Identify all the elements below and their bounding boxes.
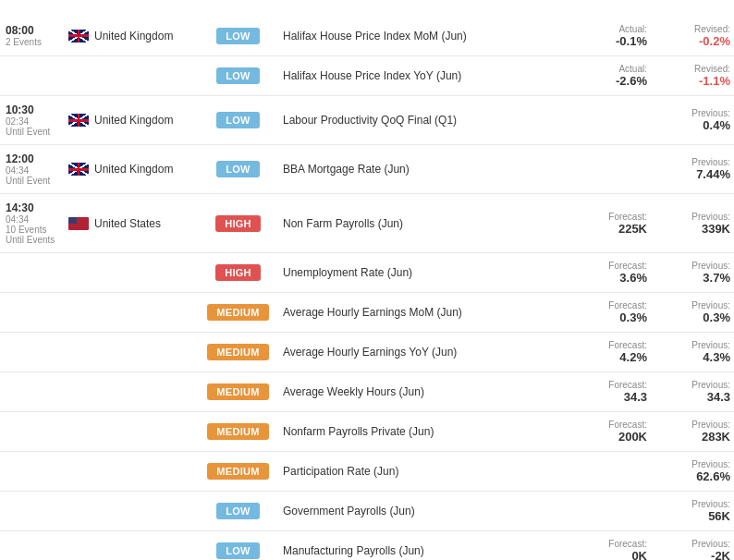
forecast-value: 225K bbox=[571, 222, 647, 236]
revised-value: -1.1% bbox=[654, 74, 730, 88]
country-cell bbox=[65, 452, 199, 492]
actual-value: -0.1% bbox=[571, 34, 647, 48]
badge-cell: MEDIUM bbox=[199, 372, 277, 412]
country-cell: United Kingdom bbox=[65, 96, 199, 145]
importance-badge: MEDIUM bbox=[207, 383, 268, 400]
importance-badge: LOW bbox=[216, 542, 260, 559]
data-col2: Previous:3.7% bbox=[651, 253, 734, 293]
event-name-cell: Unemployment Rate (Jun) bbox=[277, 253, 568, 293]
forecast-value: 34.3 bbox=[571, 390, 647, 404]
country-cell bbox=[65, 412, 199, 452]
forecast-value: 0K bbox=[571, 549, 647, 560]
data-col1: Forecast:4.2% bbox=[568, 333, 651, 372]
country-name: United Kingdom bbox=[94, 30, 173, 43]
data-col2: Previous:339K bbox=[651, 194, 734, 253]
event-name-cell: Average Hourly Earnings YoY (Jun) bbox=[277, 333, 568, 372]
badge-cell: LOW bbox=[199, 96, 277, 145]
previous-label: Previous: bbox=[654, 300, 730, 310]
time-until: 10 Events bbox=[6, 225, 59, 235]
country-cell bbox=[65, 56, 199, 96]
forecast-label: Forecast: bbox=[571, 539, 647, 549]
importance-badge: MEDIUM bbox=[207, 463, 268, 480]
table-row: LOWManufacturing Payrolls (Jun)Forecast:… bbox=[0, 531, 734, 561]
time-cell bbox=[0, 492, 65, 531]
time-until: Until Event bbox=[6, 176, 59, 186]
forecast-label: Forecast: bbox=[571, 261, 647, 271]
time-cell bbox=[0, 531, 65, 561]
data-col2: Revised:-1.1% bbox=[651, 56, 734, 96]
event-name-cell: Manufacturing Payrolls (Jun) bbox=[277, 531, 568, 561]
badge-cell: LOW bbox=[199, 17, 277, 56]
time-cell: 14:3004:3410 EventsUntil Events bbox=[0, 194, 65, 253]
time-cell: 10:3002:34Until Event bbox=[0, 96, 65, 145]
table-row: 14:3004:3410 EventsUntil EventsUnited St… bbox=[0, 194, 734, 253]
table-row: 10:3002:34Until EventUnited KingdomLOWLa… bbox=[0, 96, 734, 145]
actual-value: -2.6% bbox=[571, 74, 647, 88]
data-col1 bbox=[568, 492, 651, 531]
forecast-label: Forecast: bbox=[571, 380, 647, 390]
data-col1: Forecast:0.3% bbox=[568, 293, 651, 333]
table-row: LOWGovernment Payrolls (Jun)Previous:56K bbox=[0, 492, 734, 531]
time-main: 12:00 bbox=[6, 152, 59, 165]
revised-value: -0.2% bbox=[654, 34, 730, 48]
event-name: Halifax House Price Index YoY (Jun) bbox=[283, 69, 461, 82]
event-name: Government Payrolls (Jun) bbox=[283, 505, 415, 517]
time-cell bbox=[0, 452, 65, 492]
forecast-value: 200K bbox=[571, 430, 647, 444]
badge-cell: HIGH bbox=[199, 194, 277, 253]
page-title bbox=[0, 0, 734, 17]
data-col1: Forecast:0K bbox=[568, 531, 651, 561]
time-cell: 08:002 Events bbox=[0, 17, 65, 56]
data-col2: Previous:-2K bbox=[651, 531, 734, 561]
badge-cell: HIGH bbox=[199, 253, 277, 293]
event-name: BBA Mortgage Rate (Jun) bbox=[283, 163, 410, 176]
time-sub: 04:34 bbox=[6, 165, 59, 176]
table-row: MEDIUMNonfarm Payrolls Private (Jun)Fore… bbox=[0, 412, 734, 452]
time-main: 14:30 bbox=[6, 201, 59, 214]
country-cell bbox=[65, 531, 199, 561]
country-name: United Kingdom bbox=[94, 163, 173, 176]
previous-label: Previous: bbox=[654, 459, 730, 469]
actual-label: Actual: bbox=[571, 64, 647, 74]
event-name-cell: Government Payrolls (Jun) bbox=[277, 492, 568, 531]
forecast-value: 0.3% bbox=[571, 310, 647, 324]
importance-badge: LOW bbox=[216, 503, 260, 519]
time-main: 08:00 bbox=[6, 24, 59, 37]
data-col2: Previous:62.6% bbox=[651, 452, 734, 492]
data-col2: Previous:0.4% bbox=[651, 96, 734, 145]
importance-badge: MEDIUM bbox=[207, 423, 268, 440]
us-flag-icon bbox=[68, 217, 89, 230]
previous-value: 62.6% bbox=[654, 469, 730, 483]
table-row: MEDIUMAverage Hourly Earnings YoY (Jun)F… bbox=[0, 333, 734, 372]
data-col2: Previous:34.3 bbox=[651, 372, 734, 412]
event-name-cell: Halifax House Price Index YoY (Jun) bbox=[277, 56, 568, 96]
event-name: Labour Productivity QoQ Final (Q1) bbox=[283, 114, 457, 127]
data-col2: Previous:283K bbox=[651, 412, 734, 452]
data-col1 bbox=[568, 96, 651, 145]
uk-flag-icon bbox=[68, 114, 89, 127]
time-cell bbox=[0, 253, 65, 293]
importance-badge: LOW bbox=[216, 28, 260, 44]
event-name-cell: Participation Rate (Jun) bbox=[277, 452, 568, 492]
table-row: 08:002 EventsUnited KingdomLOWHalifax Ho… bbox=[0, 17, 734, 56]
importance-badge: LOW bbox=[216, 112, 260, 128]
data-col1: Forecast:34.3 bbox=[568, 372, 651, 412]
badge-cell: MEDIUM bbox=[199, 452, 277, 492]
event-name: Manufacturing Payrolls (Jun) bbox=[283, 544, 424, 557]
event-name: Average Hourly Earnings YoY (Jun) bbox=[283, 346, 457, 359]
country-cell: United Kingdom bbox=[65, 145, 199, 194]
uk-flag-icon bbox=[68, 163, 89, 176]
table-row: HIGHUnemployment Rate (Jun)Forecast:3.6%… bbox=[0, 253, 734, 293]
previous-value: -2K bbox=[654, 549, 730, 560]
previous-label: Previous: bbox=[654, 261, 730, 271]
time-main: 10:30 bbox=[6, 103, 59, 116]
previous-label: Previous: bbox=[654, 420, 730, 430]
time-sub: 02:34 bbox=[6, 116, 59, 127]
country-cell: United Kingdom bbox=[65, 17, 199, 56]
previous-label: Previous: bbox=[654, 499, 730, 509]
data-col2: Previous:56K bbox=[651, 492, 734, 531]
data-col1: Actual:-2.6% bbox=[568, 56, 651, 96]
badge-cell: LOW bbox=[199, 531, 277, 561]
country-cell bbox=[65, 492, 199, 531]
uk-flag-icon bbox=[68, 30, 89, 43]
